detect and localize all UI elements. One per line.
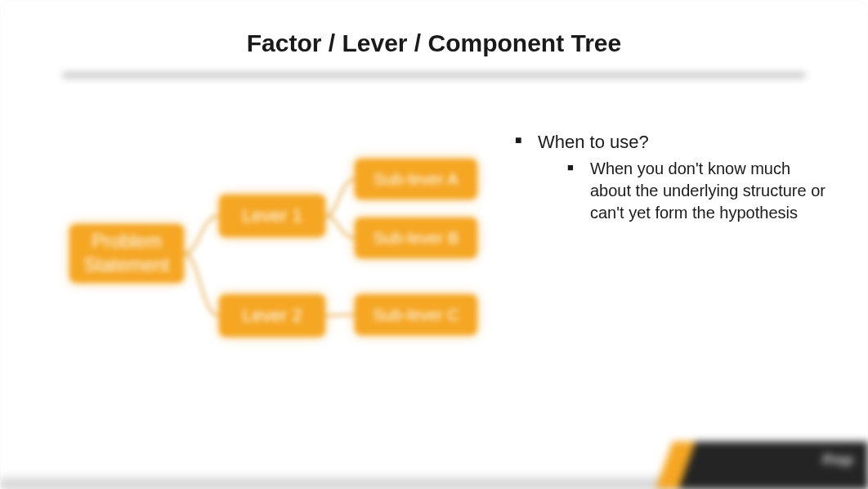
node-label: Lever 1 — [242, 205, 302, 227]
nested-bullet-text: When you don't know much about the under… — [590, 159, 825, 222]
title-divider — [62, 72, 806, 79]
bullet-list: When to use? When you don't know much ab… — [515, 132, 835, 224]
bullet-heading: When to use? When you don't know much ab… — [515, 132, 835, 224]
tree-diagram: Problem Statement Lever 1 Lever 2 Sub-le… — [33, 119, 490, 381]
node-label: Sub-lever C — [373, 306, 459, 325]
brand-text: Prep — [822, 453, 853, 468]
bullet-heading-text: When to use? — [538, 132, 649, 152]
node-label: Lever 2 — [242, 305, 302, 326]
node-sub-lever-a: Sub-lever A — [355, 159, 477, 200]
nested-list: When you don't know much about the under… — [538, 158, 835, 224]
slide: Factor / Lever / Component Tree Problem … — [0, 0, 868, 489]
text-column: When to use? When you don't know much ab… — [490, 119, 835, 381]
node-label: Sub-lever A — [374, 170, 458, 189]
node-problem-statement: Problem Statement — [69, 224, 184, 283]
node-sub-lever-c: Sub-lever C — [355, 294, 477, 335]
node-label: Problem Statement — [84, 230, 170, 277]
brand-tab: Prep — [655, 442, 868, 489]
node-sub-lever-b: Sub-lever B — [355, 218, 477, 258]
nested-bullet: When you don't know much about the under… — [567, 158, 835, 224]
slide-title: Factor / Lever / Component Tree — [0, 0, 868, 57]
content-area: Problem Statement Lever 1 Lever 2 Sub-le… — [0, 79, 868, 381]
node-lever-1: Lever 1 — [219, 195, 325, 237]
node-label: Sub-lever B — [374, 229, 459, 248]
node-lever-2: Lever 2 — [219, 294, 325, 337]
